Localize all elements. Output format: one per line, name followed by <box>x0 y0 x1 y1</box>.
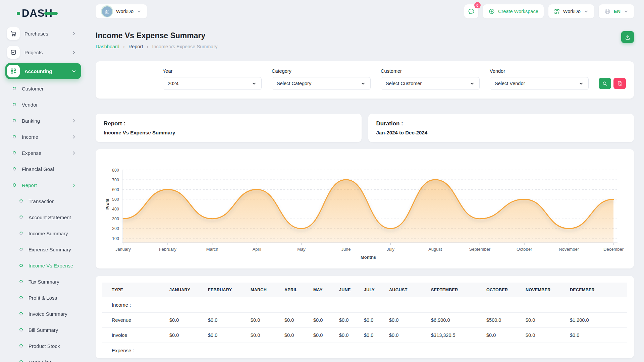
table-row-revenue: Revenue$0.0$0.0$0.0$0.0$0.0$0.0$0.0$0.0$… <box>102 313 627 328</box>
chevron-down-icon <box>252 81 257 86</box>
table-row-invoice: Invoice$0.0$0.0$0.0$0.0$0.0$0.0$0.0$0.0$… <box>102 328 627 343</box>
workspace-selector[interactable]: WorkDo <box>96 4 147 18</box>
svg-text:July: July <box>387 247 395 252</box>
bullet-icon <box>12 118 17 123</box>
table-header-cell: SEPTEMBER <box>431 283 486 297</box>
breadcrumb-dashboard[interactable]: Dashboard <box>96 44 119 49</box>
table-cell: $0.0 <box>169 328 208 343</box>
sidebar-item-invoice-summary[interactable]: Invoice Summary <box>5 306 81 322</box>
main-content: WorkDo 0 Create Workspace WorkDo EN <box>88 0 644 358</box>
x-axis-labels: JanuaryFebruaryMarchAprilMayJuneJulyAugu… <box>115 247 624 252</box>
bullet-icon <box>19 311 23 316</box>
sidebar-item-label: Accounting <box>24 68 52 74</box>
table-header-cell: OCTOBER <box>486 283 526 297</box>
table-header-cell: TYPE <box>102 283 169 297</box>
table-header-cell: JULY <box>364 283 389 297</box>
plus-circle-icon <box>488 8 495 15</box>
table-cell: $0.0 <box>364 313 389 328</box>
svg-text:November: November <box>559 247 579 252</box>
table-cell: $0.0 <box>313 313 339 328</box>
table-cell: $1,200.0 <box>570 313 627 328</box>
y-axis-labels: 100200300400500600700800 <box>112 168 119 241</box>
reset-filter-button[interactable] <box>613 78 626 89</box>
create-workspace-label: Create Workspace <box>498 9 538 14</box>
language-code: EN <box>614 9 621 14</box>
report-card-title: Report : <box>104 120 354 127</box>
sidebar-item-product-stock[interactable]: Product Stock <box>5 338 81 354</box>
sidebar-item-banking[interactable]: Banking <box>5 113 81 129</box>
vendor-value: Select Vendor <box>495 81 525 86</box>
customer-select[interactable]: Select Customer <box>381 77 480 90</box>
table-cell: $0.0 <box>251 328 284 343</box>
breadcrumb-report[interactable]: Report <box>128 44 143 49</box>
sidebar-item-label: Profit & Loss <box>29 295 57 301</box>
sidebar-item-tax-summary[interactable]: Tax Summary <box>5 274 81 290</box>
chevron-right-icon <box>71 150 76 156</box>
vendor-select[interactable]: Select Vendor <box>490 77 589 90</box>
customer-label: Customer <box>381 68 480 74</box>
table-header-cell: DECEMBER <box>570 283 627 297</box>
app-logo[interactable]: DASH <box>17 6 88 21</box>
sidebar-item-cash-flow[interactable]: Cash Flow <box>5 354 81 362</box>
sidebar-item-accounting[interactable]: Accounting <box>5 63 81 79</box>
filter-card: Year 2024 Category Select Category Custo… <box>96 61 634 99</box>
sidebar-item-purchases[interactable]: Purchases <box>5 25 81 42</box>
download-button[interactable] <box>621 31 634 43</box>
bullet-icon <box>19 199 23 203</box>
sidebar-item-expense[interactable]: Expense <box>5 145 81 161</box>
sidebar-item-income[interactable]: Income <box>5 129 81 145</box>
table-cell: $0.0 <box>208 328 251 343</box>
table-cell: $0.0 <box>339 328 364 343</box>
table-header-cell: MAY <box>313 283 339 297</box>
x-axis-title: Months <box>361 255 376 260</box>
sidebar-item-label: Projects <box>24 50 43 55</box>
sidebar-item-label: Report <box>22 182 37 188</box>
sidebar-item-label: Tax Summary <box>29 279 59 285</box>
workspace-switcher[interactable]: WorkDo <box>548 4 594 18</box>
bullet-icon <box>19 295 23 300</box>
sidebar-item-expense-summary[interactable]: Expense Summary <box>5 241 81 257</box>
table-header: TYPEJANUARYFEBRUARYMARCHAPRILMAYJUNEJULY… <box>102 283 627 297</box>
chevron-right-icon <box>71 50 76 55</box>
sidebar-item-income-vs-expense[interactable]: Income Vs Expense <box>5 257 81 274</box>
table-cell: $6,900.0 <box>431 313 486 328</box>
language-selector[interactable]: EN <box>599 4 634 18</box>
duration-card-title: Duration : <box>376 120 626 127</box>
bullet-icon <box>19 231 23 236</box>
svg-text:January: January <box>115 247 131 252</box>
table-cell: $0.0 <box>570 328 627 343</box>
bullet-icon <box>12 183 17 187</box>
sidebar-item-account-statement[interactable]: Account Statement <box>5 209 81 225</box>
svg-text:100: 100 <box>112 236 119 241</box>
search-button[interactable] <box>599 78 611 89</box>
messages-button[interactable]: 0 <box>464 4 478 18</box>
svg-text:200: 200 <box>112 226 119 231</box>
bullet-icon <box>19 247 23 252</box>
table-cell: $0.0 <box>251 313 284 328</box>
category-select[interactable]: Select Category <box>272 77 371 90</box>
workspace-name: WorkDo <box>116 9 133 14</box>
sidebar-item-vendor[interactable]: Vendor <box>5 97 81 113</box>
table-cell: $313,320.5 <box>431 328 486 343</box>
table-section-label: Income : <box>102 297 627 313</box>
year-select[interactable]: 2024 <box>163 77 262 90</box>
sidebar-item-bill-summary[interactable]: Bill Summary <box>5 322 81 338</box>
create-workspace-button[interactable]: Create Workspace <box>483 4 544 18</box>
sidebar-item-customer[interactable]: Customer <box>5 80 81 97</box>
svg-text:700: 700 <box>112 178 119 182</box>
file-slash-icon <box>617 81 623 86</box>
sidebar-item-profit-loss[interactable]: Profit & Loss <box>5 290 81 306</box>
bullet-icon <box>12 134 17 139</box>
sidebar-item-label: Account Statement <box>29 215 71 220</box>
customer-value: Select Customer <box>386 81 422 86</box>
sidebar-item-report[interactable]: Report <box>5 177 81 193</box>
breadcrumb-income-vs-expense-summary: Income Vs Expense Summary <box>152 44 217 49</box>
sidebar-item-projects[interactable]: Projects <box>5 44 81 60</box>
table-row-label: Revenue <box>102 313 169 328</box>
table-cell: $500.0 <box>486 313 526 328</box>
sidebar-item-transaction[interactable]: Transaction <box>5 193 81 209</box>
table-cell: $0.0 <box>526 313 570 328</box>
sidebar-item-financial-goal[interactable]: Financial Goal <box>5 161 81 177</box>
category-value: Select Category <box>277 81 311 86</box>
sidebar-item-income-summary[interactable]: Income Summary <box>5 225 81 241</box>
